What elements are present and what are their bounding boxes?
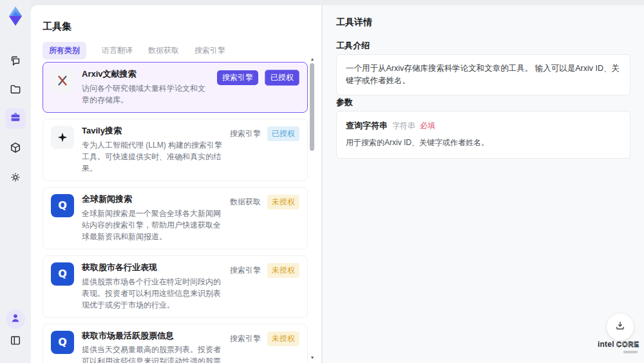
tool-auth-badge: 已授权 bbox=[267, 126, 299, 141]
tool-card[interactable]: Q 获取股市各行业表现 提供股票市场各个行业在特定时间段内的表现。投资者可以利用… bbox=[43, 255, 308, 318]
tool-category-badge: 搜索引擎 bbox=[230, 265, 261, 276]
tool-auth-badge: 未授权 bbox=[267, 195, 299, 210]
tool-card[interactable]: Q 获取市场最活跃股票信息 提供当天交易量最高的股票列表。投资者可以利用这些信息… bbox=[43, 324, 308, 363]
tool-description: 提供当天交易量最高的股票列表。投资者可以利用这些信息来识别流动性强的股票和潜在的… bbox=[82, 344, 223, 363]
tool-name: Arxiv文献搜索 bbox=[82, 69, 211, 80]
param-type: 字符串 bbox=[392, 121, 415, 132]
chat-icon bbox=[9, 54, 22, 70]
quark-icon: Q bbox=[51, 331, 74, 354]
sidebar-item-chat[interactable] bbox=[5, 52, 26, 72]
scrollbar[interactable]: ▲ ▼ bbox=[309, 57, 316, 362]
parameter-card: 查询字符串 字符串 必填 用于搜索的Arxiv ID、关键字或作者姓名。 bbox=[336, 111, 630, 159]
tool-category-badge: 数据获取 bbox=[230, 197, 261, 208]
gear-icon bbox=[9, 171, 22, 186]
sidebar-item-settings[interactable] bbox=[5, 168, 26, 189]
sidebar-item-packages[interactable] bbox=[5, 139, 26, 159]
download-icon bbox=[614, 320, 626, 334]
sidebar-item-toolbox[interactable] bbox=[5, 108, 26, 129]
tool-auth-badge: 已授权 bbox=[265, 70, 299, 86]
scroll-down-arrow[interactable]: ▼ bbox=[309, 355, 316, 360]
cube-icon bbox=[9, 141, 22, 157]
tab-data-fetch[interactable]: 数据获取 bbox=[148, 42, 179, 59]
quark-icon: Q bbox=[51, 262, 74, 286]
detail-title: 工具详情 bbox=[336, 17, 372, 28]
tool-auth-badge: 未授权 bbox=[267, 263, 299, 278]
intro-heading: 工具介绍 bbox=[336, 40, 370, 52]
quark-icon: Q bbox=[51, 194, 74, 217]
folder-icon bbox=[9, 83, 22, 98]
tool-card[interactable]: Arxiv文献搜索 访问各个研究领域大量科学论文和文章的存储库。 搜索引擎 已授… bbox=[43, 62, 308, 113]
intel-logo-sub-mark bbox=[623, 351, 638, 353]
tool-description: 提供股票市场各个行业在特定时间段内的表现。投资者可以利用这些信息来识别表现优于或… bbox=[82, 276, 223, 311]
briefcase-icon bbox=[9, 111, 22, 126]
param-required-label: 必填 bbox=[420, 121, 435, 132]
tool-description: 全球新闻搜索是一个聚合全球各大新闻网站内容的搜索引擎，帮助用户快速获取全球最新资… bbox=[82, 208, 223, 242]
tool-description: 访问各个研究领域大量科学论文和文章的存储库。 bbox=[82, 83, 211, 106]
param-name: 查询字符串 bbox=[346, 120, 388, 132]
tool-name: 全球新闻搜索 bbox=[82, 194, 223, 205]
tool-description: 专为人工智能代理 (LLM) 构建的搜索引擎工具。可快速提供实时、准确和真实的结… bbox=[82, 139, 223, 174]
tab-all-categories[interactable]: 所有类别 bbox=[43, 42, 86, 59]
tool-category-badge: 搜索引擎 bbox=[217, 70, 258, 85]
panel-layout-icon bbox=[9, 334, 22, 349]
tool-card[interactable]: Tavily搜索 专为人工智能代理 (LLM) 构建的搜索引擎工具。可快速提供实… bbox=[43, 119, 308, 181]
tool-category-badge: 搜索引擎 bbox=[230, 128, 261, 139]
tool-name: 获取市场最活跃股票信息 bbox=[82, 331, 223, 342]
scrollbar-thumb[interactable] bbox=[310, 63, 314, 151]
sidebar-collapse-button[interactable] bbox=[5, 331, 26, 352]
scroll-up-arrow[interactable]: ▲ bbox=[309, 57, 316, 62]
tab-search-engine[interactable]: 搜索引擎 bbox=[194, 42, 225, 59]
sparkle-icon bbox=[51, 126, 74, 149]
sidebar-item-files[interactable] bbox=[5, 80, 26, 101]
tool-name: Tavily搜索 bbox=[82, 126, 223, 137]
user-icon bbox=[9, 311, 22, 327]
arxiv-icon bbox=[51, 69, 74, 92]
params-heading: 参数 bbox=[336, 97, 353, 108]
app-logo-icon bbox=[5, 5, 26, 27]
tool-card[interactable]: Q 全球新闻搜索 全球新闻搜索是一个聚合全球各大新闻网站内容的搜索引擎，帮助用户… bbox=[43, 187, 308, 250]
tool-detail-panel: 工具详情 工具介绍 一个用于从Arxiv存储库搜索科学论文和文章的工具。 输入可… bbox=[323, 5, 644, 363]
tab-language-translation[interactable]: 语言翻译 bbox=[102, 42, 133, 59]
left-rail bbox=[0, 0, 31, 363]
category-tabs: 所有类别 语言翻译 数据获取 搜索引擎 bbox=[43, 42, 225, 59]
sidebar-item-account[interactable] bbox=[6, 309, 25, 329]
tool-list: Arxiv文献搜索 访问各个研究领域大量科学论文和文章的存储库。 搜索引擎 已授… bbox=[43, 62, 308, 363]
intro-text-box: 一个用于从Arxiv存储库搜索科学论文和文章的工具。 输入可以是Arxiv ID… bbox=[336, 54, 630, 95]
param-description: 用于搜索的Arxiv ID、关键字或作者姓名。 bbox=[346, 137, 621, 148]
page-title: 工具集 bbox=[43, 21, 71, 33]
intel-core-logo: intel CORE bbox=[598, 338, 638, 353]
tool-category-badge: 搜索引擎 bbox=[230, 333, 261, 344]
tool-list-panel: 工具集 所有类别 语言翻译 数据获取 搜索引擎 Arxiv文献搜索 访问各个研究… bbox=[31, 5, 322, 363]
download-button[interactable] bbox=[607, 313, 634, 340]
tool-auth-badge: 未授权 bbox=[267, 331, 299, 346]
tool-name: 获取股市各行业表现 bbox=[82, 262, 223, 273]
